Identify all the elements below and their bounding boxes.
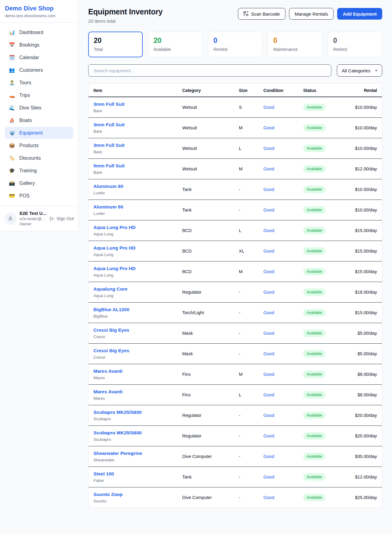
item-brand: Faber xyxy=(93,478,172,483)
add-equipment-button[interactable]: Add Equipment xyxy=(337,8,382,20)
item-brand: Bare xyxy=(93,109,172,113)
user-section: E2E Test U... e2e-tester@... Owner Sign … xyxy=(0,206,78,231)
condition-link[interactable]: Good xyxy=(263,125,274,130)
item-name-link[interactable]: 3mm Full Suit xyxy=(93,143,172,148)
condition-link[interactable]: Good xyxy=(263,454,274,459)
graduation-cap-icon: 🎓 xyxy=(9,168,15,174)
item-name-link[interactable]: BigBlue AL1200 xyxy=(93,307,172,312)
stat-card-available[interactable]: 20 Available xyxy=(148,32,202,57)
sign-out-button[interactable]: Sign Out xyxy=(49,216,74,221)
item-rental: $5.00/day xyxy=(344,323,382,344)
stat-card-rented[interactable]: 0 Rented xyxy=(208,32,262,57)
item-brand: Aqua Lung xyxy=(93,252,172,257)
item-name-link[interactable]: Scubapro MK25/S600 xyxy=(93,410,172,415)
item-rental: $10.00/day xyxy=(344,118,382,138)
stat-label: Retired xyxy=(333,47,377,52)
sidebar-item-discounts[interactable]: 🏷️ Discounts xyxy=(5,152,73,164)
condition-link[interactable]: Good xyxy=(263,105,274,110)
condition-link[interactable]: Good xyxy=(263,146,274,151)
item-category: Mask xyxy=(177,344,234,364)
page-title: Equipment Inventory xyxy=(88,7,163,16)
sailboat-icon: ⛵ xyxy=(9,117,15,123)
condition-link[interactable]: Good xyxy=(263,228,274,233)
item-name-link[interactable]: Suunto Zoop xyxy=(93,492,172,497)
condition-link[interactable]: Good xyxy=(263,372,274,377)
condition-link[interactable]: Good xyxy=(263,310,274,315)
condition-link[interactable]: Good xyxy=(263,331,274,336)
sidebar-item-pos[interactable]: 💳 POS xyxy=(5,190,73,202)
sidebar-item-dashboard[interactable]: 📊 Dashboard xyxy=(5,26,73,38)
item-name-link[interactable]: Cressi Big Eyes xyxy=(93,348,172,353)
item-name-link[interactable]: 3mm Full Suit xyxy=(93,122,172,128)
condition-link[interactable]: Good xyxy=(263,249,274,254)
condition-link[interactable]: Good xyxy=(263,290,274,295)
col-header-status: Status xyxy=(298,84,344,97)
condition-link[interactable]: Good xyxy=(263,269,274,274)
item-size: - xyxy=(234,344,258,364)
condition-link[interactable]: Good xyxy=(263,208,274,212)
sidebar-item-gallery[interactable]: 📸 Gallery xyxy=(5,177,73,189)
stat-card-maintenance[interactable]: 0 Maintenance xyxy=(268,32,322,57)
condition-link[interactable]: Good xyxy=(263,413,274,418)
item-category: BCD xyxy=(177,220,234,241)
col-header-condition: Condition xyxy=(258,84,298,97)
condition-link[interactable]: Good xyxy=(263,495,274,500)
sidebar-item-bookings[interactable]: 📅 Bookings xyxy=(5,39,73,51)
stat-value: 20 xyxy=(94,36,137,45)
item-category: Wetsuit xyxy=(177,138,234,159)
sidebar-item-training[interactable]: 🎓 Training xyxy=(5,165,73,177)
sidebar-item-tours[interactable]: 🏝️ Tours xyxy=(5,77,73,89)
status-badge: Available xyxy=(303,473,326,481)
sidebar-item-trips[interactable]: 🚤 Trips xyxy=(5,89,73,101)
item-name-link[interactable]: Aluminum 80 xyxy=(93,204,172,210)
item-name-link[interactable]: Steel 100 xyxy=(93,471,172,477)
sidebar-nav: 📊 Dashboard 📅 Bookings 🗓️ Calendar 👥 Cus… xyxy=(0,23,78,206)
sidebar-item-customers[interactable]: 👥 Customers xyxy=(5,64,73,76)
table-row: Aqua Lung Pro HD Aqua Lung BCD M Good Av… xyxy=(89,261,382,282)
sidebar-item-equipment[interactable]: 🤿 Equipment xyxy=(5,127,73,139)
item-rental: $25.00/day xyxy=(344,487,382,508)
condition-link[interactable]: Good xyxy=(263,475,274,479)
item-brand: Aqua Lung xyxy=(93,232,172,236)
condition-link[interactable]: Good xyxy=(263,351,274,356)
item-name-link[interactable]: 3mm Full Suit xyxy=(93,101,172,107)
item-name-link[interactable]: Aqualung Core xyxy=(93,286,172,292)
table-row: Shearwater Peregrine Shearwater Dive Com… xyxy=(89,446,382,467)
item-name-link[interactable]: Aqua Lung Pro HD xyxy=(93,225,172,230)
item-name-link[interactable]: Aluminum 80 xyxy=(93,184,172,189)
item-size: - xyxy=(234,200,258,220)
condition-link[interactable]: Good xyxy=(263,166,274,171)
status-badge: Available xyxy=(303,268,326,275)
item-name-link[interactable]: Aqua Lung Pro HD xyxy=(93,245,172,251)
item-name-link[interactable]: Mares Avanti xyxy=(93,389,172,395)
table-row: Aqualung Core Aqua Lung Regulator - Good… xyxy=(89,282,382,303)
condition-link[interactable]: Good xyxy=(263,187,274,192)
item-name-link[interactable]: Shearwater Peregrine xyxy=(93,451,172,456)
item-name-link[interactable]: Aqua Lung Pro HD xyxy=(93,266,172,271)
sidebar-item-dive-sites[interactable]: 🌊 Dive Sites xyxy=(5,102,73,114)
sidebar-item-products[interactable]: 📦 Products xyxy=(5,139,73,151)
brand-name[interactable]: Demo Dive Shop xyxy=(5,5,73,12)
search-input[interactable] xyxy=(88,64,331,77)
item-size: M xyxy=(234,261,258,282)
scan-barcode-button[interactable]: Scan Barcode xyxy=(238,8,285,20)
sidebar-item-calendar[interactable]: 🗓️ Calendar xyxy=(5,51,73,63)
stat-card-total[interactable]: 20 Total xyxy=(88,32,143,57)
item-rental: $8.00/day xyxy=(344,385,382,405)
item-name-link[interactable]: Mares Avanti xyxy=(93,368,172,374)
item-name-link[interactable]: Cressi Big Eyes xyxy=(93,327,172,333)
condition-link[interactable]: Good xyxy=(263,392,274,397)
status-badge: Available xyxy=(303,206,326,214)
condition-link[interactable]: Good xyxy=(263,433,274,438)
user-name: E2E Test U... xyxy=(20,211,46,216)
manage-rentals-button[interactable]: Manage Rentals xyxy=(289,8,334,20)
item-name-link[interactable]: 5mm Full Suit xyxy=(93,163,172,169)
item-name-link[interactable]: Scubapro MK25/S600 xyxy=(93,430,172,436)
table-row: Mares Avanti Mares Fins L Good Available… xyxy=(89,385,382,405)
category-filter-select[interactable]: All Categories xyxy=(337,64,382,77)
tag-icon: 🏷️ xyxy=(9,155,15,161)
stat-card-retired[interactable]: 0 Retired xyxy=(328,32,382,57)
col-header-rental: Rental xyxy=(344,84,382,97)
sidebar-item-boats[interactable]: ⛵ Boats xyxy=(5,114,73,126)
table-row: 3mm Full Suit Bare Wetsuit L Good Availa… xyxy=(89,138,382,159)
